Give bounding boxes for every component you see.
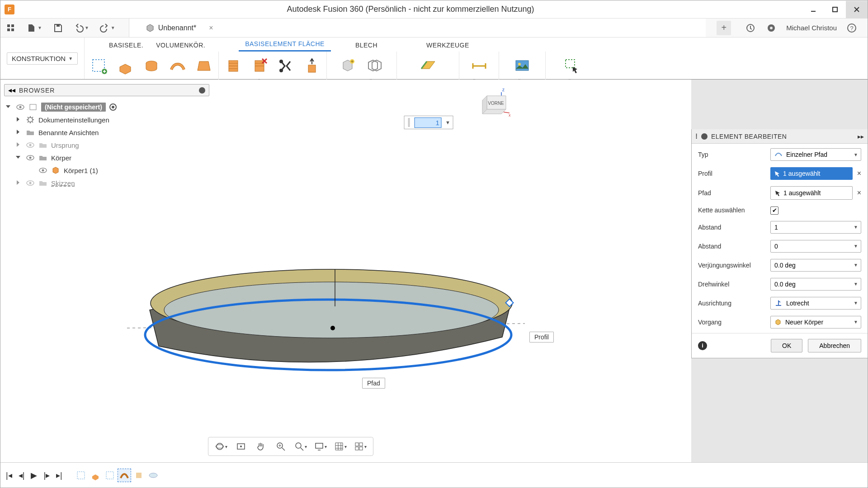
- create-sketch-icon[interactable]: [89, 56, 109, 76]
- visibility-icon[interactable]: [16, 103, 25, 112]
- dropdown-icon[interactable]: ▼: [443, 120, 452, 125]
- file-menu[interactable]: ▼: [25, 21, 44, 35]
- handle-icon[interactable]: [406, 117, 413, 128]
- select-typ[interactable]: Einzelner Pfad▼: [770, 148, 861, 161]
- visibility-icon[interactable]: [26, 178, 35, 188]
- floating-input[interactable]: ▼: [404, 116, 453, 129]
- input-abstand2[interactable]: 0▼: [770, 240, 861, 253]
- timeline-next-button[interactable]: |▸: [43, 470, 50, 480]
- orbit-icon[interactable]: ▾: [215, 440, 227, 453]
- insert-image-icon[interactable]: [512, 56, 532, 76]
- visibility-icon[interactable]: [26, 141, 35, 150]
- join-icon-1[interactable]: [339, 56, 359, 76]
- timeline-prev-button[interactable]: ◂|: [19, 470, 25, 480]
- timeline-feature-sweep[interactable]: [118, 469, 131, 482]
- user-name[interactable]: Michael Christou: [786, 24, 837, 32]
- browser-settings-icon[interactable]: [199, 87, 205, 94]
- join-icon-2[interactable]: [365, 56, 385, 76]
- sweep-icon[interactable]: [168, 56, 188, 76]
- timeline-feature-next[interactable]: [146, 469, 160, 482]
- redo-button[interactable]: ▼: [98, 21, 117, 35]
- activate-icon[interactable]: [109, 103, 117, 111]
- extrude-icon[interactable]: [115, 56, 135, 76]
- data-panel-button[interactable]: [4, 21, 18, 35]
- tree-sketches[interactable]: Skizzen: [2, 177, 211, 189]
- panel-expand-icon[interactable]: ▸▸: [858, 133, 864, 140]
- new-tab-button[interactable]: +: [717, 21, 731, 35]
- timeline-feature-body[interactable]: [132, 469, 146, 482]
- save-button[interactable]: [51, 21, 65, 35]
- modify-icon-2[interactable]: [250, 56, 269, 76]
- measure-icon[interactable]: [469, 56, 489, 76]
- info-icon[interactable]: i: [698, 341, 707, 350]
- chip-profil[interactable]: 1 ausgewählt: [770, 167, 853, 180]
- help-icon[interactable]: ?: [846, 22, 858, 34]
- ok-button[interactable]: OK: [771, 339, 802, 352]
- timeline-feature-sketch2[interactable]: [103, 469, 117, 482]
- clear-pfad-button[interactable]: ×: [857, 189, 861, 197]
- expand-icon[interactable]: [15, 116, 22, 124]
- close-tab-icon[interactable]: ×: [209, 24, 213, 32]
- clear-profil-button[interactable]: ×: [857, 169, 861, 178]
- chip-pfad[interactable]: 1 ausgewählt: [770, 186, 853, 200]
- tree-named-views[interactable]: Benannte Ansichten: [2, 126, 211, 139]
- split-icon[interactable]: [276, 56, 296, 76]
- collapse-icon[interactable]: [5, 103, 12, 111]
- tree-body1[interactable]: Körper1 (1): [2, 164, 211, 177]
- timeline-first-button[interactable]: |◂: [6, 470, 12, 480]
- tree-origin[interactable]: Ursprung: [2, 139, 211, 151]
- look-at-icon[interactable]: [235, 440, 247, 453]
- ribbon-tab-blech[interactable]: BLECH: [349, 39, 384, 52]
- input-abstand1[interactable]: 1▼: [770, 221, 861, 234]
- label-abstand2: Abstand: [698, 243, 766, 250]
- checkbox-kette[interactable]: ✔: [770, 206, 778, 215]
- ribbon-tab-werkzeuge[interactable]: WERKZEUGE: [420, 39, 476, 52]
- visibility-icon[interactable]: [26, 153, 35, 162]
- cancel-button[interactable]: Abbrechen: [808, 339, 861, 352]
- viewcube[interactable]: z VORNE x: [479, 86, 510, 117]
- input-dreh[interactable]: 0.0 deg▼: [770, 278, 861, 291]
- zoom-window-icon[interactable]: ▾: [294, 440, 307, 453]
- floating-input-field[interactable]: [415, 117, 442, 128]
- extensions-icon[interactable]: [745, 22, 756, 34]
- select-ausrichtung[interactable]: Lotrecht▼: [770, 297, 861, 310]
- browser-collapse-icon[interactable]: ◂◂: [8, 86, 15, 94]
- timeline-feature-extrude[interactable]: [89, 469, 102, 482]
- browser-header[interactable]: ◂◂ BROWSER: [4, 84, 209, 96]
- tree-doc-settings[interactable]: Dokumenteinstellungen: [2, 113, 211, 126]
- modify-icon-1[interactable]: [223, 56, 243, 76]
- tree-root[interactable]: (Nicht gespeichert): [2, 101, 211, 113]
- select-vorgang[interactable]: Neuer Körper▼: [770, 316, 861, 328]
- collapse-icon[interactable]: [15, 154, 22, 162]
- expand-icon[interactable]: [15, 179, 22, 187]
- expand-icon[interactable]: [15, 141, 22, 149]
- plane-icon[interactable]: [418, 56, 438, 76]
- document-tab[interactable]: Unbenannt* ×: [138, 19, 221, 37]
- maximize-button[interactable]: [824, 1, 846, 18]
- viewport-layout-icon[interactable]: ▾: [354, 440, 367, 453]
- ribbon-tab-basisele[interactable]: BASISELE.: [103, 39, 150, 52]
- loft-icon[interactable]: [194, 56, 214, 76]
- display-settings-icon[interactable]: ▾: [314, 440, 327, 453]
- ribbon-tab-volumen[interactable]: VOLUMENKÖR.: [150, 39, 212, 52]
- visibility-icon[interactable]: [38, 166, 47, 175]
- revolve-icon[interactable]: [142, 56, 161, 76]
- undo-button[interactable]: ▼: [72, 21, 91, 35]
- pan-icon[interactable]: [255, 440, 267, 453]
- zoom-icon[interactable]: [274, 440, 287, 453]
- tree-bodies[interactable]: Körper: [2, 151, 211, 164]
- timeline-play-button[interactable]: ▶: [31, 470, 37, 480]
- grid-settings-icon[interactable]: ▾: [334, 440, 347, 453]
- panel-drag-icon[interactable]: ⁞: [695, 132, 698, 141]
- move-icon[interactable]: [302, 56, 322, 76]
- expand-icon[interactable]: [15, 129, 22, 136]
- select-icon[interactable]: [562, 56, 582, 76]
- ribbon-tab-basiselement-flaeche[interactable]: BASISELEMENT FLÄCHE: [239, 38, 331, 52]
- timeline-feature-sketch[interactable]: [74, 469, 88, 482]
- timeline-last-button[interactable]: ▸|: [56, 470, 62, 480]
- konstruktion-button[interactable]: KONSTRUKTION▼: [7, 52, 78, 65]
- job-status-icon[interactable]: [765, 22, 777, 34]
- close-button[interactable]: [846, 1, 868, 18]
- input-winkel[interactable]: 0.0 deg▼: [770, 259, 861, 272]
- minimize-button[interactable]: [802, 1, 824, 18]
